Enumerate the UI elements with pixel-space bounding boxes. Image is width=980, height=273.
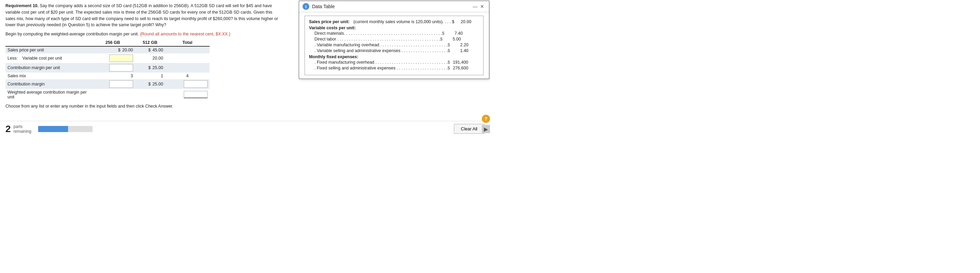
- cell-512-cm2: $ 25.00: [135, 79, 165, 89]
- col-header-512gb: 512 GB: [135, 39, 165, 46]
- cell-512-mix: 1: [135, 72, 165, 79]
- data-row-direct-labor: Direct labor . . . . . . . . . . . . . .…: [309, 37, 479, 42]
- sub-instruction: Begin by computing the weighted-average …: [5, 32, 280, 37]
- data-row-fixed-selling: . Fixed selling and administrative expen…: [309, 66, 479, 70]
- panel-title: Data Table: [312, 4, 471, 9]
- data-row-fixed-mfg: . Fixed manufacturing overhead . . . . .…: [309, 60, 479, 65]
- row-label: Sales mix: [5, 72, 91, 79]
- row-label: Sales price per unit: [5, 46, 91, 53]
- data-table-panel: i Data Table — ✕ Sales price per unit: (…: [299, 1, 489, 79]
- table-row: Contribution margin per unit $ 25.00: [5, 63, 210, 72]
- progress-bar-fill: [38, 126, 68, 132]
- row-label: Less: Variable cost per unit: [5, 53, 91, 63]
- parts-number: 2: [5, 124, 11, 134]
- progress-bar-container: [38, 126, 92, 132]
- parts-label: parts remaining: [14, 124, 32, 134]
- question-badge[interactable]: ?: [482, 115, 490, 123]
- data-value-var-mfg-overhead: 2.20: [452, 43, 469, 47]
- bottom-bar: 2 parts remaining Clear All: [0, 121, 490, 136]
- cell-256-cm2[interactable]: [91, 79, 135, 89]
- cell-total-cm: [165, 63, 210, 72]
- chevron-right-button[interactable]: ▶: [482, 125, 490, 133]
- cell-256-mix: 3: [91, 72, 135, 79]
- row-label: Contribution margin: [5, 79, 91, 89]
- cell-256-sales: $ 20.00: [91, 46, 135, 53]
- cell-total-sales: [165, 46, 210, 53]
- clear-all-button[interactable]: Clear All: [454, 124, 485, 134]
- data-value-sales-price: 20.00: [454, 19, 471, 24]
- info-icon: i: [302, 3, 309, 10]
- cell-256-wavg: [91, 89, 135, 101]
- cell-512-wavg: [135, 89, 165, 101]
- cell-total-cm2[interactable]: [165, 79, 210, 89]
- round-note: (Round all amounts to the nearest cent, …: [140, 32, 230, 37]
- cell-512-sales: $ 45.00: [135, 46, 165, 53]
- main-content: Requirement 10. Say the company adds a s…: [0, 0, 286, 115]
- data-value-direct-labor: 5.00: [444, 37, 461, 42]
- table-row: Sales price per unit $ 20.00 $ 45.00: [5, 46, 210, 53]
- table-row: Weighted average contribution margin per…: [5, 89, 210, 101]
- close-button[interactable]: ✕: [479, 4, 485, 9]
- cell-512-cm: $ 25.00: [135, 63, 165, 72]
- col-header-256gb: 256 GB: [91, 39, 135, 46]
- data-row-var-mfg-overhead: . Variable manufacturing overhead . . . …: [309, 43, 479, 47]
- requirement-label: Requirement 10.: [5, 3, 38, 8]
- col-header-total: Total: [165, 39, 210, 46]
- input-256-cm2[interactable]: [109, 80, 133, 88]
- data-row-var-selling: . Variable selling and administrative ex…: [309, 48, 479, 53]
- input-total-cm2[interactable]: [184, 80, 208, 88]
- parts-remaining: 2 parts remaining: [5, 124, 31, 134]
- row-label: Weighted average contribution margin per…: [5, 89, 91, 101]
- cell-total-mix: 4: [165, 72, 210, 79]
- input-256-cm[interactable]: [109, 64, 133, 72]
- cell-total-wavg[interactable]: [165, 89, 210, 101]
- table-row: Less: Variable cost per unit 20.00: [5, 53, 210, 63]
- data-row-direct-materials: Direct materials. . . . . . . . . . . . …: [309, 31, 479, 36]
- data-section-fixed: Monthly fixed expenses:: [309, 54, 479, 59]
- input-wavg[interactable]: [184, 91, 208, 98]
- table-row: Sales mix 3 1 4: [5, 72, 210, 79]
- col-header-label: [5, 39, 91, 46]
- check-instruction: Choose from any list or enter any number…: [5, 104, 280, 109]
- data-section-vcosts: Variable costs per unit:: [309, 26, 479, 30]
- data-table-header: i Data Table — ✕: [299, 1, 489, 12]
- data-row-sales-price: Sales price per unit: (current monthly s…: [309, 19, 479, 24]
- cell-total-vcost: [165, 53, 210, 63]
- main-table: 256 GB 512 GB Total Sales price per unit…: [5, 39, 210, 101]
- data-value-fixed-selling: 276,600: [451, 66, 468, 70]
- requirement-text: Requirement 10. Say the company adds a s…: [5, 3, 280, 28]
- minimize-button[interactable]: —: [471, 4, 479, 9]
- data-table-inner: Sales price per unit: (current monthly s…: [305, 16, 484, 75]
- table-row: Contribution margin $ 25.00: [5, 79, 210, 89]
- data-value-var-selling: 1.40: [452, 48, 469, 53]
- cell-512-vcost: 20.00: [135, 53, 165, 63]
- data-value-direct-materials: 7.40: [446, 31, 463, 36]
- row-label: Contribution margin per unit: [5, 63, 91, 72]
- cell-256-cm[interactable]: [91, 63, 135, 72]
- input-256-vcost[interactable]: [109, 54, 133, 62]
- data-table-body: Sales price per unit: (current monthly s…: [299, 12, 489, 79]
- cell-256-vcost[interactable]: [91, 53, 135, 63]
- data-value-fixed-mfg: 191,400: [451, 60, 468, 65]
